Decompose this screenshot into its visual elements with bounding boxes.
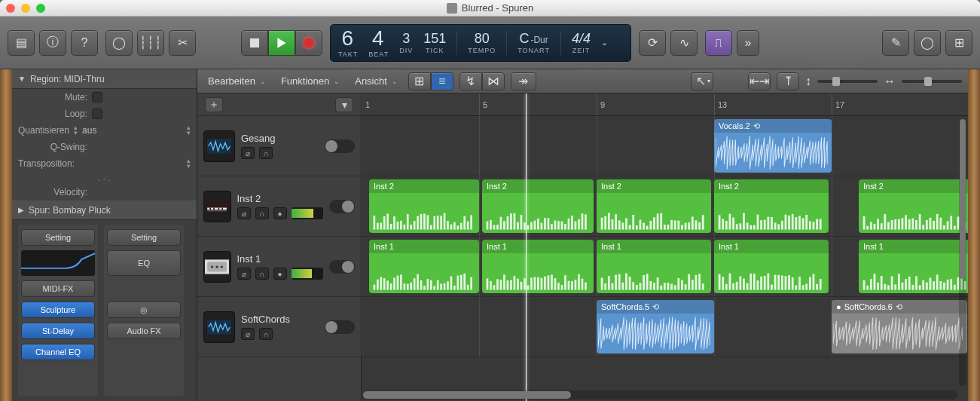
hzoom-fit-button[interactable]: ⇤⇥ <box>748 72 771 90</box>
loops-button[interactable]: ◯ <box>914 30 941 56</box>
region[interactable]: Inst 1 <box>714 240 829 293</box>
metronome-button[interactable]: ⎍ <box>705 30 732 56</box>
eq-button[interactable]: EQ <box>107 250 181 276</box>
solo-button[interactable]: ∩ <box>255 207 269 219</box>
editors-button[interactable]: ✂ <box>169 30 196 56</box>
loop-checkbox[interactable] <box>92 109 102 119</box>
mixer-button[interactable]: ┆┆┆ <box>137 30 164 56</box>
track-header-row[interactable]: Inst 1⌀∩● <box>197 237 361 297</box>
region-header[interactable]: ▼ Region: MIDI-Thru <box>12 69 197 89</box>
track-name[interactable]: Inst 2 <box>237 193 323 204</box>
more-toolbar-button[interactable]: » <box>737 30 759 56</box>
track-icon[interactable] <box>203 191 231 222</box>
track-name[interactable]: Inst 1 <box>237 253 323 265</box>
lcd-div[interactable]: 3 DIV <box>399 28 413 58</box>
pointer-tool[interactable]: ↖▾ <box>691 72 713 90</box>
mute-checkbox[interactable] <box>92 92 102 103</box>
scrollbar-thumb[interactable] <box>363 391 571 399</box>
track-on-off-toggle[interactable] <box>329 260 356 274</box>
region[interactable]: Inst 1 <box>597 240 711 293</box>
add-track-button[interactable]: ＋ <box>205 97 223 112</box>
scrollbar-thumb[interactable] <box>960 119 966 279</box>
track-on-off-toggle[interactable] <box>325 320 355 334</box>
smart-controls-button[interactable]: ◯ <box>105 30 133 56</box>
grid-view-button[interactable]: ⊞ <box>408 72 431 90</box>
functions-menu[interactable]: Funktionen⌄ <box>276 72 344 90</box>
region[interactable]: SoftChords.5 ⟲ <box>597 300 714 354</box>
automation-button[interactable]: ↯ <box>459 72 482 90</box>
track-name[interactable]: SoftChords <box>241 314 319 325</box>
arrange-lane[interactable]: Inst 1Inst 1Inst 1Inst 1Inst 1 <box>362 237 968 297</box>
horizontal-zoom-slider[interactable] <box>902 80 962 83</box>
vzoom-fit-button[interactable]: ⤒ <box>777 72 799 90</box>
lcd-beat[interactable]: 4 BEAT <box>368 28 389 58</box>
cycle-button[interactable]: ⟳ <box>639 30 666 56</box>
tuner-button[interactable]: ∿ <box>670 30 698 56</box>
play-button[interactable] <box>268 30 295 56</box>
zoom-button[interactable] <box>36 4 45 13</box>
catch-button[interactable]: ↠ <box>511 72 536 90</box>
audio-fx-button[interactable]: Audio FX <box>107 323 181 339</box>
arrange-area[interactable]: 1591317 Vocals.2 ⟲Inst 2Inst 2Inst 2Inst… <box>362 93 968 401</box>
inspector-button[interactable]: ⓘ <box>39 30 66 56</box>
audio-fx-slot-2[interactable]: Channel EQ <box>21 344 95 360</box>
mute-button[interactable]: ⌀ <box>237 268 251 280</box>
track-icon[interactable] <box>203 311 235 343</box>
track-name[interactable]: Gesang <box>241 133 319 144</box>
track-header-row[interactable]: Gesang⌀∩ <box>197 116 361 176</box>
track-on-off-toggle[interactable] <box>329 200 356 213</box>
solo-button[interactable]: ∩ <box>259 147 273 159</box>
edit-menu[interactable]: Bearbeiten⌄ <box>203 72 270 90</box>
lcd-signature[interactable]: 4/4 ZEIT <box>572 28 591 58</box>
help-button[interactable]: ? <box>71 30 98 56</box>
record-enable-button[interactable]: ● <box>273 268 287 280</box>
view-menu[interactable]: Ansicht⌄ <box>350 72 402 90</box>
vertical-scrollbar[interactable] <box>959 119 966 386</box>
quantize-stepper-2[interactable]: ▴▾ <box>187 125 191 136</box>
playhead[interactable] <box>526 93 527 401</box>
region[interactable]: Inst 2 <box>597 179 711 233</box>
lcd-tick[interactable]: 151 TICK <box>423 28 446 58</box>
library-button[interactable]: ▤ <box>8 30 35 56</box>
lcd-dropdown[interactable]: ⌄ <box>601 28 608 58</box>
instrument-slot[interactable]: Sculpture <box>21 302 95 318</box>
notepad-button[interactable]: ✎ <box>882 30 909 56</box>
minimize-button[interactable] <box>21 4 30 13</box>
horizontal-scrollbar[interactable] <box>363 390 957 399</box>
vertical-zoom-slider[interactable] <box>817 80 878 83</box>
region[interactable]: Inst 1 <box>482 240 594 293</box>
stereo-button[interactable]: ◎ <box>107 302 181 318</box>
mute-button[interactable]: ⌀ <box>241 328 255 340</box>
setting-button[interactable]: Setting <box>21 229 95 246</box>
region[interactable]: Vocals.2 ⟲ <box>714 119 832 173</box>
media-button[interactable]: ⊞ <box>945 30 972 56</box>
track-on-off-toggle[interactable] <box>325 139 355 153</box>
record-enable-button[interactable]: ● <box>273 207 287 219</box>
close-button[interactable] <box>6 4 15 13</box>
mute-button[interactable]: ⌀ <box>241 147 255 159</box>
audio-fx-slot-1[interactable]: St-Delay <box>21 323 95 339</box>
list-view-button[interactable]: ≡ <box>431 72 453 90</box>
mute-button[interactable]: ⌀ <box>237 207 251 219</box>
setting-button[interactable]: Setting <box>107 229 181 246</box>
solo-button[interactable]: ∩ <box>259 328 273 340</box>
region[interactable]: Inst 1 <box>369 240 479 293</box>
region[interactable]: Inst 2 <box>482 179 594 233</box>
quantize-value[interactable]: aus <box>82 125 96 136</box>
eq-thumbnail[interactable] <box>21 250 95 276</box>
lcd-key[interactable]: C -Dur TONART <box>517 28 550 58</box>
region[interactable]: Inst 1 <box>859 240 968 293</box>
solo-button[interactable]: ∩ <box>255 268 269 280</box>
stop-button[interactable] <box>241 30 268 56</box>
midi-fx-button[interactable]: MIDI-FX <box>21 280 95 297</box>
transposition-stepper[interactable]: ▴▾ <box>187 158 191 169</box>
record-button[interactable] <box>295 30 322 56</box>
lcd-bar[interactable]: 6 TAKT <box>338 28 358 58</box>
region[interactable]: ● SoftChords.6 ⟲ <box>832 300 967 354</box>
arrange-lane[interactable]: Vocals.2 ⟲ <box>362 116 968 176</box>
track-icon[interactable] <box>203 130 235 162</box>
track-header-row[interactable]: Inst 2⌀∩● <box>197 176 361 237</box>
region[interactable]: Inst 2 <box>714 179 829 233</box>
arrange-lane[interactable]: Inst 2Inst 2Inst 2Inst 2Inst 2 <box>362 176 968 237</box>
track-header-row[interactable]: SoftChords⌀∩ <box>197 297 361 357</box>
